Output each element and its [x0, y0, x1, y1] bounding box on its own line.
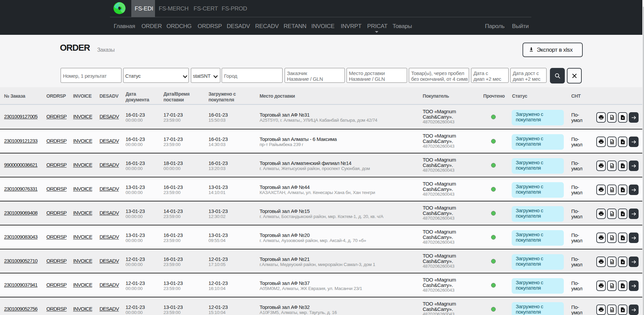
svg-text:PDF: PDF	[610, 285, 613, 287]
svg-text:PDF: PDF	[610, 141, 613, 143]
svg-text:PDF: PDF	[610, 189, 613, 191]
svg-text:PDF: PDF	[610, 309, 613, 311]
svg-text:PDF: PDF	[610, 261, 613, 263]
svg-text:PDF: PDF	[610, 213, 613, 215]
svg-text:PDF: PDF	[610, 237, 613, 239]
svg-text:PDF: PDF	[610, 165, 613, 167]
svg-text:PDF: PDF	[610, 117, 613, 118]
